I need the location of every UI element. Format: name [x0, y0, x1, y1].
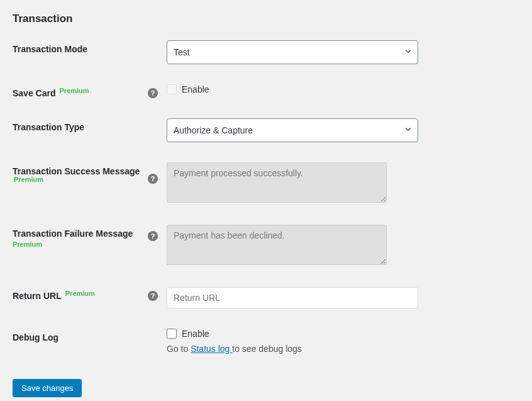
- save-changes-button[interactable]: Save changes: [13, 379, 82, 397]
- save-card-enable-label: Enable: [182, 84, 209, 94]
- debug-log-checkbox[interactable]: [167, 329, 177, 339]
- label-transaction-mode: Transaction Mode: [13, 44, 87, 54]
- help-suffix: to see debug logs: [232, 344, 302, 354]
- row-return-url: Return URL Premium ?: [13, 287, 519, 308]
- label-success-message: Transaction Success Message: [13, 166, 140, 176]
- debug-log-enable-label: Enable: [182, 329, 209, 339]
- row-transaction-mode: Transaction Mode Test: [13, 40, 519, 64]
- row-transaction-type: Transaction Type Authorize & Capture: [13, 118, 519, 142]
- debug-log-help-text: Go to Status log to see debug logs: [167, 344, 431, 354]
- label-debug-log: Debug Log: [13, 332, 58, 342]
- help-prefix: Go to: [167, 344, 191, 354]
- help-icon[interactable]: ?: [148, 88, 158, 98]
- premium-badge: Premium: [14, 176, 43, 183]
- row-failure-message: Transaction Failure Message Premium ? Pa…: [13, 225, 519, 267]
- failure-message-textarea: Payment has been declined.: [167, 225, 387, 265]
- help-icon[interactable]: ?: [148, 291, 158, 301]
- row-save-card: Save Card Premium ? Enable: [13, 84, 519, 98]
- label-save-card: Save Card: [13, 88, 55, 98]
- premium-badge: Premium: [13, 240, 42, 248]
- transaction-type-select[interactable]: Authorize & Capture: [167, 118, 418, 142]
- row-success-message: Transaction Success Message Premium ? Pa…: [13, 162, 519, 205]
- transaction-mode-select[interactable]: Test: [167, 40, 418, 64]
- section-title: Transaction: [13, 13, 519, 25]
- return-url-input[interactable]: [167, 287, 418, 308]
- save-card-checkbox: [167, 84, 177, 94]
- status-log-link[interactable]: Status log: [191, 344, 232, 354]
- row-debug-log: Debug Log Enable Go to Status log to see…: [13, 329, 519, 354]
- success-message-textarea: Payment processed successfully.: [167, 162, 387, 203]
- premium-badge: Premium: [65, 290, 95, 297]
- help-icon[interactable]: ?: [148, 174, 158, 184]
- premium-badge: Premium: [59, 87, 89, 94]
- help-icon[interactable]: ?: [148, 231, 158, 241]
- label-return-url: Return URL: [13, 291, 62, 301]
- label-transaction-type: Transaction Type: [13, 122, 84, 132]
- label-failure-message: Transaction Failure Message: [13, 229, 133, 239]
